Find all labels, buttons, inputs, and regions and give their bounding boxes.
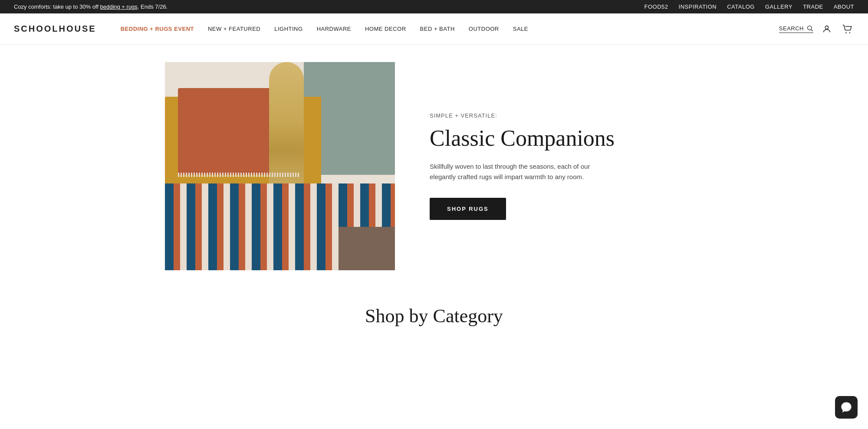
about-link[interactable]: ABOUT — [834, 3, 854, 10]
nav-bedding-rugs-event[interactable]: BEDDING + RUGS EVENT — [114, 26, 201, 32]
search-icon — [806, 25, 813, 32]
nav-links: BEDDING + RUGS EVENT NEW + FEATURED LIGH… — [114, 26, 779, 32]
rug-brown — [339, 227, 395, 270]
trade-link[interactable]: TRADE — [803, 3, 823, 10]
top-banner: Cozy comforts: take up to 30% off beddin… — [0, 0, 868, 13]
hero-section: SIMPLE + VERSATILE: Classic Companions S… — [130, 45, 738, 288]
nav-outdoor[interactable]: OUTDOOR — [462, 26, 506, 32]
nav-right-actions: SEARCH — [779, 23, 854, 36]
nav-new-featured[interactable]: NEW + FEATURED — [201, 26, 267, 32]
catalog-link[interactable]: CATALOG — [727, 3, 755, 10]
hero-title: Classic Companions — [430, 126, 703, 151]
cart-button[interactable] — [840, 23, 854, 36]
banner-message: Cozy comforts: take up to 30% off beddin… — [14, 3, 168, 10]
nav-hardware[interactable]: HARDWARE — [310, 26, 358, 32]
gallery-link[interactable]: GALLERY — [765, 3, 792, 10]
hero-image — [165, 62, 395, 270]
shop-category-section: Shop by Category — [0, 288, 868, 336]
svg-point-0 — [808, 26, 812, 30]
logo[interactable]: SCHOOLHOUSE — [14, 24, 96, 34]
svg-line-1 — [811, 29, 813, 31]
hero-content: SIMPLE + VERSATILE: Classic Companions S… — [421, 112, 703, 219]
cart-icon — [842, 24, 852, 34]
search-label: SEARCH — [779, 25, 804, 32]
nav-bed-bath[interactable]: BED + BATH — [413, 26, 462, 32]
rug-fringe — [178, 173, 299, 177]
inspiration-link[interactable]: INSPIRATION — [679, 3, 717, 10]
svg-point-2 — [825, 26, 828, 29]
shop-rugs-button[interactable]: SHOP RUGS — [430, 198, 506, 220]
svg-point-3 — [845, 32, 847, 33]
bedding-rugs-link[interactable]: bedding + rugs — [100, 3, 137, 10]
main-nav: SCHOOLHOUSE BEDDING + RUGS EVENT NEW + F… — [0, 13, 868, 45]
search-area[interactable]: SEARCH — [779, 25, 813, 33]
shop-category-title: Shop by Category — [35, 305, 833, 327]
rug-collage — [165, 62, 395, 270]
nav-lighting[interactable]: LIGHTING — [267, 26, 309, 32]
food52-link[interactable]: FOOD52 — [644, 3, 668, 10]
top-nav-links: FOOD52 INSPIRATION CATALOG GALLERY TRADE… — [644, 3, 854, 10]
nav-home-decor[interactable]: HOME DECOR — [358, 26, 413, 32]
nav-sale[interactable]: SALE — [506, 26, 535, 32]
account-icon — [822, 24, 832, 34]
hero-subtitle: SIMPLE + VERSATILE: — [430, 112, 703, 119]
account-button[interactable] — [820, 23, 833, 36]
svg-point-4 — [849, 32, 851, 33]
hero-description: Skillfully woven to last through the sea… — [430, 161, 595, 182]
